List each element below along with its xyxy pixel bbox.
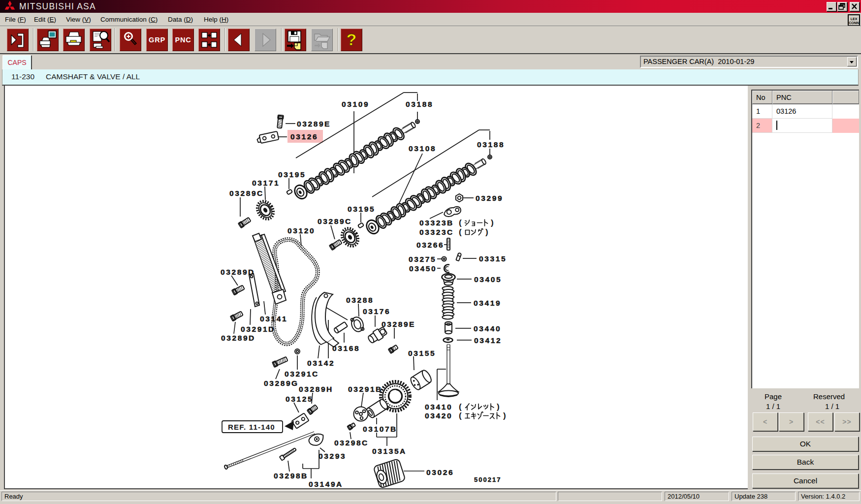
svg-text:03405: 03405: [474, 275, 502, 284]
svg-text:?: ?: [347, 30, 357, 49]
svg-text:03125: 03125: [286, 395, 313, 403]
svg-text:03266: 03266: [416, 241, 444, 249]
svg-text:03026: 03026: [426, 468, 454, 476]
svg-text:03168: 03168: [332, 344, 360, 352]
svg-text:03188: 03188: [406, 100, 433, 108]
svg-text:03188: 03188: [477, 140, 505, 149]
svg-text:(: (: [459, 411, 462, 420]
svg-text:03298B: 03298B: [274, 472, 308, 480]
svg-text:03450: 03450: [409, 264, 437, 273]
svg-text:): ): [497, 402, 500, 411]
svg-text:03142: 03142: [307, 359, 335, 367]
svg-text:03108: 03108: [409, 144, 436, 153]
svg-text:03440: 03440: [474, 324, 501, 333]
svg-text:03323C: 03323C: [419, 228, 454, 236]
svg-text:03410: 03410: [425, 403, 452, 411]
svg-text:03195: 03195: [348, 205, 375, 213]
svg-text:03289G: 03289G: [264, 379, 299, 387]
svg-text:): ): [491, 218, 494, 227]
svg-text:03293: 03293: [319, 452, 346, 460]
svg-text:REF. 11-140: REF. 11-140: [228, 423, 275, 431]
svg-text:): ): [503, 411, 506, 420]
svg-text:03289E: 03289E: [382, 320, 415, 328]
svg-text:03291D: 03291D: [241, 325, 275, 333]
svg-text:03299: 03299: [476, 194, 503, 202]
svg-text:03149A: 03149A: [309, 480, 343, 488]
svg-text:03275: 03275: [409, 255, 436, 263]
svg-text:03176: 03176: [363, 307, 390, 315]
svg-text:03135A: 03135A: [372, 447, 407, 455]
svg-text:03289H: 03289H: [299, 385, 333, 393]
svg-text:): ): [485, 227, 488, 237]
svg-text:03289C: 03289C: [318, 217, 352, 225]
svg-text:03289C: 03289C: [229, 189, 264, 197]
svg-text:03141: 03141: [260, 315, 287, 323]
svg-text:03419: 03419: [474, 299, 501, 307]
svg-text:03107B: 03107B: [363, 425, 397, 433]
svg-text:03126: 03126: [290, 132, 318, 141]
svg-text:(: (: [459, 218, 462, 227]
svg-text:PNC: PNC: [175, 36, 191, 44]
svg-text:03288: 03288: [346, 296, 374, 304]
svg-text:03155: 03155: [408, 349, 436, 357]
svg-text:(: (: [459, 402, 462, 411]
svg-text:03420: 03420: [425, 411, 452, 420]
svg-text:(: (: [459, 227, 462, 237]
svg-text:03315: 03315: [479, 254, 507, 263]
svg-text:03412: 03412: [474, 336, 502, 345]
svg-text:GRP: GRP: [149, 36, 165, 44]
svg-text:03289D: 03289D: [221, 334, 255, 342]
svg-text:500217: 500217: [474, 476, 501, 483]
svg-text:03289E: 03289E: [297, 120, 331, 128]
svg-text:03291C: 03291C: [285, 370, 319, 378]
svg-text:03291B: 03291B: [348, 385, 383, 393]
svg-text:03171: 03171: [252, 179, 280, 187]
svg-text:03109: 03109: [342, 100, 369, 108]
svg-text:03195: 03195: [278, 170, 306, 179]
svg-text:03323B: 03323B: [419, 219, 454, 227]
svg-text:03120: 03120: [287, 226, 315, 235]
svg-text:03298C: 03298C: [334, 439, 369, 447]
svg-text:03289D: 03289D: [221, 268, 255, 276]
